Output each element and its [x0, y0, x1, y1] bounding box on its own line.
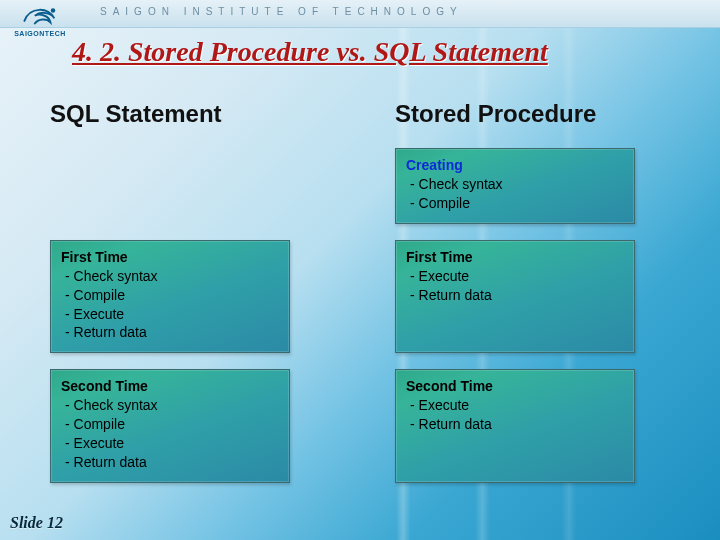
content-grid: SQL Statement Stored Procedure Creating …: [50, 100, 680, 500]
list-item: Execute: [61, 434, 277, 453]
card-sp-second: Second Time Execute Return data: [395, 369, 635, 483]
column-heading-left: SQL Statement: [50, 100, 335, 128]
list-item: Execute: [406, 267, 622, 286]
list-item: Check syntax: [406, 175, 622, 194]
list-item: Check syntax: [61, 267, 277, 286]
institution-name: SAIGON INSTITUTE OF TECHNOLOGY: [100, 6, 463, 17]
card-sql-first: First Time Check syntax Compile Execute …: [50, 240, 290, 354]
card-sp-first: First Time Execute Return data: [395, 240, 635, 354]
list-item: Compile: [61, 286, 277, 305]
list-item: Return data: [61, 323, 277, 342]
empty-cell: [50, 148, 335, 224]
list-item: Compile: [406, 194, 622, 213]
card-list: Execute Return data: [406, 396, 622, 434]
logo: SAIGONTECH: [10, 4, 70, 52]
card-list: Check syntax Compile: [406, 175, 622, 213]
list-item: Return data: [406, 415, 622, 434]
card-sql-second: Second Time Check syntax Compile Execute…: [50, 369, 290, 483]
list-item: Check syntax: [61, 396, 277, 415]
swirl-icon: [20, 4, 60, 30]
card-list: Execute Return data: [406, 267, 622, 305]
slide-title: 4. 2. Stored Procedure vs. SQL Statement: [72, 36, 548, 68]
svg-point-0: [51, 8, 56, 13]
card-title: First Time: [61, 249, 277, 265]
card-title: Creating: [406, 157, 622, 173]
slide-number: Slide 12: [10, 514, 63, 532]
list-item: Return data: [61, 453, 277, 472]
card-title: Second Time: [406, 378, 622, 394]
list-item: Compile: [61, 415, 277, 434]
card-list: Check syntax Compile Execute Return data: [61, 396, 277, 472]
card-list: Check syntax Compile Execute Return data: [61, 267, 277, 343]
column-heading-right: Stored Procedure: [395, 100, 680, 128]
card-title: First Time: [406, 249, 622, 265]
list-item: Execute: [61, 305, 277, 324]
logo-text: SAIGONTECH: [14, 30, 66, 37]
list-item: Return data: [406, 286, 622, 305]
card-title: Second Time: [61, 378, 277, 394]
list-item: Execute: [406, 396, 622, 415]
card-creating: Creating Check syntax Compile: [395, 148, 635, 224]
